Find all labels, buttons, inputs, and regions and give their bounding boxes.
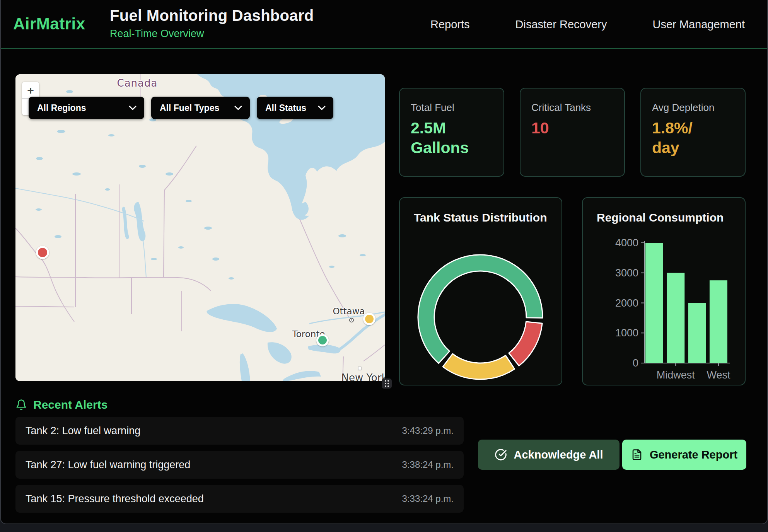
svg-text:0: 0: [633, 357, 638, 369]
tank-marker-critical[interactable]: [36, 246, 49, 259]
fuel-type-filter-dropdown[interactable]: All Fuel Types: [151, 97, 250, 119]
acknowledge-all-button[interactable]: Acknowledge All: [478, 440, 620, 470]
main-nav: Reports Disaster Recovery User Managemen…: [430, 0, 745, 49]
alert-text: Tank 15: Pressure threshold exceeded: [26, 493, 204, 505]
nav-disaster-recovery[interactable]: Disaster Recovery: [515, 18, 607, 31]
chevron-down-icon: [129, 106, 137, 110]
svg-text:2000: 2000: [615, 297, 638, 309]
chevron-down-icon: [234, 106, 242, 110]
chart-title: Tank Status Distribution: [414, 211, 547, 224]
alert-time: 3:38:24 p.m.: [402, 459, 454, 470]
recent-alerts-title: Recent Alerts: [33, 398, 108, 411]
chevron-down-icon: [318, 106, 326, 110]
svg-text:Midwest: Midwest: [657, 369, 695, 381]
alert-text: Tank 27: Low fuel warning triggered: [26, 459, 190, 471]
tank-status-donut-chart: [400, 198, 563, 386]
svg-text:1000: 1000: [615, 327, 638, 339]
map-label-ottawa: Ottawa: [333, 306, 365, 316]
app-window: AirMatrix Fuel Monitoring Dashboard Real…: [0, 0, 768, 524]
regional-consumption-card: Regional Consumption 0 1000 2000 3000 40…: [582, 197, 746, 385]
alert-text: Tank 2: Low fuel warning: [26, 425, 140, 437]
page-title: Fuel Monitoring Dashboard: [110, 7, 314, 24]
check-circle-icon: [495, 448, 507, 461]
map-panel: Canada Ottawa Toronto New York + All Reg…: [15, 74, 385, 381]
header: AirMatrix Fuel Monitoring Dashboard Real…: [1, 0, 767, 49]
stat-value: 10: [531, 118, 613, 138]
stat-label: Critical Tanks: [531, 102, 613, 114]
map-label-new-york: New York: [341, 372, 385, 381]
stat-label: Total Fuel: [411, 102, 493, 114]
svg-text:3000: 3000: [615, 267, 638, 279]
ottawa-town-dot: [349, 318, 354, 322]
stat-card-critical-tanks: Critical Tanks 10: [520, 88, 625, 177]
page-title-block: Fuel Monitoring Dashboard Real-Time Over…: [110, 7, 314, 40]
map-label-canada: Canada: [117, 77, 158, 89]
tank-status-card: Tank Status Distribution: [399, 197, 562, 385]
alert-row[interactable]: Tank 2: Low fuel warning 3:43:29 p.m.: [15, 417, 464, 445]
nav-user-management[interactable]: User Management: [652, 18, 745, 31]
recent-alerts-header: Recent Alerts: [15, 398, 108, 411]
stat-label: Avg Depletion: [652, 102, 734, 114]
stat-card-avg-depletion: Avg Depletion 1.8%/day: [640, 88, 746, 177]
map-filters: All Regions All Fuel Types All Status: [29, 97, 333, 119]
svg-text:4000: 4000: [615, 237, 638, 249]
alert-row[interactable]: Tank 15: Pressure threshold exceeded 3:3…: [15, 485, 464, 513]
regional-consumption-bar-chart: 0 1000 2000 3000 4000 Midwest West: [583, 198, 746, 386]
nav-reports[interactable]: Reports: [430, 18, 470, 31]
status-filter-dropdown[interactable]: All Status: [257, 97, 333, 119]
chart-title: Regional Consumption: [597, 211, 724, 224]
generate-report-button[interactable]: Generate Report: [622, 440, 746, 470]
map-base: [15, 74, 385, 381]
map-canvas[interactable]: Canada Ottawa Toronto New York: [15, 74, 385, 381]
tank-marker-normal[interactable]: [316, 334, 329, 346]
stat-card-total-fuel: Total Fuel 2.5MGallons: [399, 88, 504, 177]
map-resize-handle[interactable]: [382, 379, 392, 389]
svg-text:West: West: [707, 369, 730, 381]
stat-value: 1.8%/day: [652, 118, 734, 158]
alert-row[interactable]: Tank 27: Low fuel warning triggered 3:38…: [15, 451, 464, 479]
alert-time: 3:43:29 p.m.: [402, 425, 454, 436]
map-zoom-in-button[interactable]: +: [22, 82, 39, 99]
region-filter-dropdown[interactable]: All Regions: [29, 97, 144, 119]
new-york-town-dot: [358, 367, 362, 370]
tank-marker-warning[interactable]: [363, 313, 375, 325]
page-subtitle: Real-Time Overview: [110, 28, 314, 40]
file-text-icon: [631, 449, 643, 460]
stat-value: 2.5MGallons: [411, 118, 493, 158]
app-logo: AirMatrix: [13, 15, 85, 33]
bell-icon: [15, 399, 27, 411]
alert-time: 3:33:24 p.m.: [402, 493, 454, 504]
